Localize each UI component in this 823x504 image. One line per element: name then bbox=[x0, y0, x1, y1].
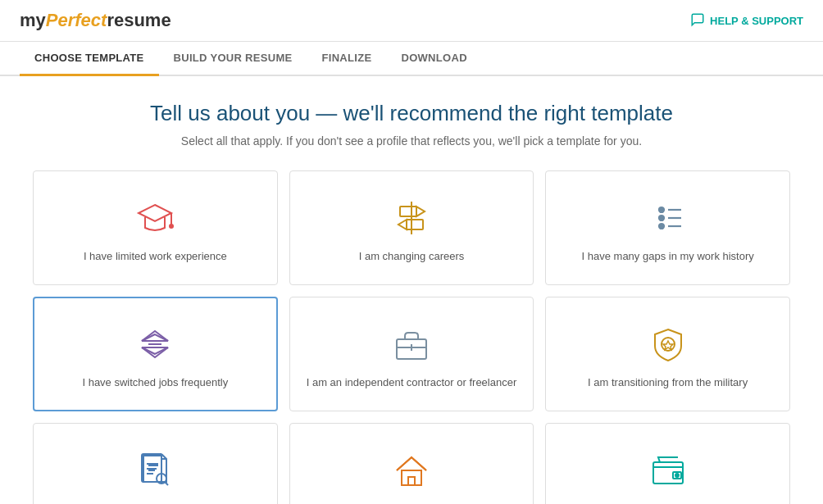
tab-download[interactable]: DOWNLOAD bbox=[386, 42, 481, 76]
svg-marker-6 bbox=[398, 220, 407, 229]
file-search-icon bbox=[135, 451, 175, 490]
card-gaps-history[interactable]: I have many gaps in my work history bbox=[545, 170, 790, 285]
help-support-label: HELP & SUPPORT bbox=[710, 15, 803, 27]
svg-marker-4 bbox=[416, 207, 425, 216]
card-switched-jobs-label: I have switched jobs frequently bbox=[82, 375, 228, 390]
svg-point-1 bbox=[170, 225, 173, 228]
card-limited-experience-label: I have limited work experience bbox=[84, 249, 227, 264]
card-background-check[interactable]: I'm concerned about my background check bbox=[33, 423, 278, 504]
tab-finalize[interactable]: FINALIZE bbox=[307, 42, 387, 76]
logo-perfect: Perfect bbox=[46, 10, 107, 31]
svg-rect-5 bbox=[407, 220, 423, 229]
page-subtitle: Select all that apply. If you don't see … bbox=[33, 134, 790, 148]
svg-marker-20 bbox=[663, 341, 673, 350]
graduation-icon bbox=[135, 198, 175, 238]
card-changing-careers-label: I am changing careers bbox=[359, 249, 465, 264]
header: myPerfectresume HELP & SUPPORT bbox=[0, 0, 823, 42]
list-gaps-icon bbox=[648, 198, 688, 238]
svg-point-7 bbox=[659, 207, 664, 212]
arrows-icon bbox=[135, 325, 175, 364]
card-contractor-label: I am an independent contractor or freela… bbox=[307, 375, 517, 390]
svg-rect-32 bbox=[408, 477, 415, 485]
svg-point-8 bbox=[659, 216, 664, 220]
chat-icon bbox=[690, 12, 705, 30]
nav-tabs: CHOOSE TEMPLATE BUILD YOUR RESUME FINALI… bbox=[0, 42, 823, 76]
svg-point-35 bbox=[675, 474, 679, 477]
page-title: Tell us about you — we'll recommend the … bbox=[33, 101, 790, 126]
card-military-label: I am transitioning from the military bbox=[588, 375, 748, 390]
card-family-care[interactable]: I took time off to care for family membe… bbox=[289, 423, 534, 504]
logo: myPerfectresume bbox=[20, 10, 171, 31]
svg-point-9 bbox=[659, 224, 664, 229]
card-contractor[interactable]: I am an independent contractor or freela… bbox=[289, 297, 534, 411]
tab-choose-template[interactable]: CHOOSE TEMPLATE bbox=[20, 42, 159, 76]
card-military[interactable]: I am transitioning from the military bbox=[545, 297, 790, 411]
sign-icon bbox=[392, 198, 431, 238]
card-credit-check[interactable]: I'm concerned about my credit check bbox=[545, 423, 790, 504]
svg-marker-0 bbox=[139, 205, 171, 221]
tab-build-resume[interactable]: BUILD YOUR RESUME bbox=[159, 42, 307, 76]
svg-line-30 bbox=[165, 482, 168, 485]
cards-grid: I have limited work experience I am chan… bbox=[33, 170, 790, 504]
briefcase-icon bbox=[392, 325, 431, 364]
wallet-icon bbox=[648, 451, 688, 490]
card-switched-jobs[interactable]: I have switched jobs frequently bbox=[33, 297, 278, 411]
card-changing-careers[interactable]: I am changing careers bbox=[289, 170, 534, 285]
logo-resume: resume bbox=[107, 10, 171, 31]
main-content: Tell us about you — we'll recommend the … bbox=[0, 76, 823, 504]
svg-rect-3 bbox=[400, 207, 416, 216]
card-limited-experience[interactable]: I have limited work experience bbox=[33, 170, 278, 285]
house-icon bbox=[392, 451, 431, 490]
card-gaps-history-label: I have many gaps in my work history bbox=[582, 249, 754, 264]
help-support-button[interactable]: HELP & SUPPORT bbox=[690, 12, 803, 30]
logo-my: my bbox=[20, 10, 46, 31]
shield-icon bbox=[648, 325, 688, 364]
